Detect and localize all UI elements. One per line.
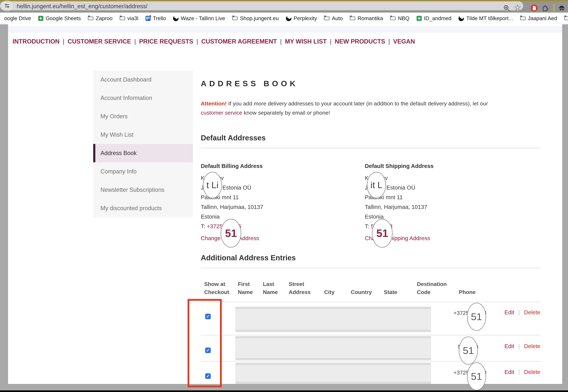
divider [201,268,540,268]
bookmark-label: Zaproo [96,15,113,21]
folder-icon [350,17,355,20]
bookmark-label: Perplexity [294,15,317,21]
bookmark-item[interactable]: Trello [145,15,166,21]
bookmark-star-icon[interactable]: ☆ [514,2,521,12]
toolbar-separator [554,4,554,12]
redacted-address-block [235,307,431,332]
nav-item-new-products[interactable]: NEW PRODUCTS [335,38,385,45]
shipping-city: Tallinn, Harjumaa, 10137 [365,202,523,212]
col-street-address: StreetAddress [289,280,311,296]
action-separator: | [518,309,520,316]
billing-address-heading: Default Billing Address [201,161,359,171]
tilde-icon [458,16,464,21]
url-text[interactable]: hellin.jungent.eu/hellin_est_eng/custome… [17,3,148,10]
sidebar-item-address-book[interactable]: Address Book [93,144,193,162]
divider [201,148,540,148]
default-billing-address: Default Billing Address Kt Liev Jungent … [201,161,359,243]
bookmark-item[interactable]: Tilde MT tõlkeport... [458,15,513,21]
url-bar[interactable]: hellin.jungent.eu/hellin_est_eng/custome… [0,1,523,10]
bookmark-label: ID_andmed [424,15,452,21]
edit-link[interactable]: Edit [504,369,514,375]
delete-link[interactable]: Delete [524,343,540,350]
row-phone: 5513 [458,344,478,350]
bookmark-item[interactable]: ID_andmed [417,15,452,21]
redaction-bubble: 51 [221,219,241,248]
shipping-address-heading: Default Shipping Address [365,161,523,171]
annotation-rectangle [187,299,222,387]
bookmark-item[interactable]: Romantika [350,15,383,21]
folder-icon [88,17,93,20]
billing-street: Paldiski mnt 11 [201,193,359,202]
folder-icon [232,17,238,20]
delete-link[interactable]: Delete [524,369,540,375]
bookmark-item[interactable]: Waze - Tallinn Live [173,15,225,21]
sidebar-item-account-information[interactable]: Account Information [93,89,193,107]
bookmark-item[interactable]: Auto [324,15,343,21]
nav-item-vegan[interactable]: VEGAN [393,38,415,45]
sidebar-item-my-discounted-products[interactable]: My discounted products [93,199,193,217]
col-last-name: LastName [263,280,278,296]
bookmark-item[interactable]: Jaapani Aed [520,15,557,21]
sidebar-item-my-wish-list[interactable]: My Wish List [93,126,193,144]
bookmark-item[interactable]: via3l [120,15,138,21]
row-phone: +3725513 [454,310,486,316]
nav-item-my-wish-list[interactable]: MY WISH LIST [285,38,327,45]
additional-entries-heading: Additional Address Entries [201,253,296,262]
sidebar-item-account-dashboard[interactable]: Account Dashboard [93,70,193,89]
shipping-name: Kit Lev [365,173,523,183]
incognito-icon[interactable] [558,4,566,13]
nav-item-introduction[interactable]: INTRODUCTION [13,38,59,45]
col-city: City [324,280,334,296]
shipping-company: Jungent Estonia OÜ [365,183,523,193]
attention-text: know separately by email or phone! [242,110,330,116]
sidebar-item-my-orders[interactable]: My Orders [93,107,193,126]
adblock-icon[interactable] [530,4,538,13]
billing-phone-link[interactable]: +3725515 [207,223,241,229]
bookmark-item[interactable]: Zaproo [88,15,113,21]
browser-toolbar: hellin.jungent.eu/hellin_est_eng/custome… [0,1,568,13]
customer-service-link[interactable]: customer service [201,110,242,116]
bookmark-label: Tilde MT tõlkeport... [466,15,513,21]
zoom-icon[interactable] [503,4,511,13]
site-settings-icon[interactable] [1,0,13,12]
edit-link[interactable]: Edit [504,343,514,350]
edit-link[interactable]: Edit [504,309,514,316]
sidebar-item-newsletter-subscriptions[interactable]: Newsletter Subscriptions [93,181,193,199]
col-first-name: FirstName [238,280,253,296]
nav-separator: | [134,38,136,45]
row-divider [201,335,540,335]
bookmark-item[interactable]: Perplexity [286,15,317,21]
shipping-country: Estonia [365,212,523,222]
nav-separator: | [388,38,390,45]
bookmark-label: Romantika [357,15,383,21]
default-shipping-address: Default Shipping Address Kit Lev Jungent… [365,161,523,243]
bookmark-label: Auto [332,15,343,21]
folder-icon [564,17,568,20]
page-header-strip [8,26,562,33]
extensions-puzzle-icon[interactable] [541,4,549,12]
bookmark-label: NBQ [398,15,410,21]
sidebar-item-company-info[interactable]: Company Info [93,162,193,181]
bookmark-item[interactable]: Shell [564,15,568,21]
sheets-icon [417,16,422,21]
bookmark-item[interactable]: Google Sheets [38,15,81,21]
redacted-address-block [235,336,431,360]
redaction-bubble: it L [367,172,386,198]
bookmark-label: Trello [153,15,166,21]
shipping-phone-link[interactable]: 5513 [371,223,393,229]
nav-separator: | [197,38,198,45]
row-phone: +3725513 [454,369,486,376]
bookmark-label: Jaapani Aed [528,15,557,21]
nav-item-customer-service[interactable]: CUSTOMER SERVICE [68,38,131,45]
shipping-phone: T: 5513 [365,222,523,231]
row-actions: Edit|Delete [504,309,540,316]
window-top-strip [0,0,568,1]
nav-item-price-requests[interactable]: PRICE REQUESTS [139,38,193,45]
bookmark-item[interactable]: oogle Drive [4,15,31,21]
bookmark-item[interactable]: Shop.jungent.eu [232,15,279,21]
nav-item-customer-agreement[interactable]: CUSTOMER AGREEMENT [201,38,277,45]
delete-link[interactable]: Delete [524,309,540,316]
billing-phone: T: +3725515 [201,222,359,231]
attention-note: Attention! If you add more delivery addr… [201,99,509,117]
bookmark-item[interactable]: NBQ [390,15,410,21]
